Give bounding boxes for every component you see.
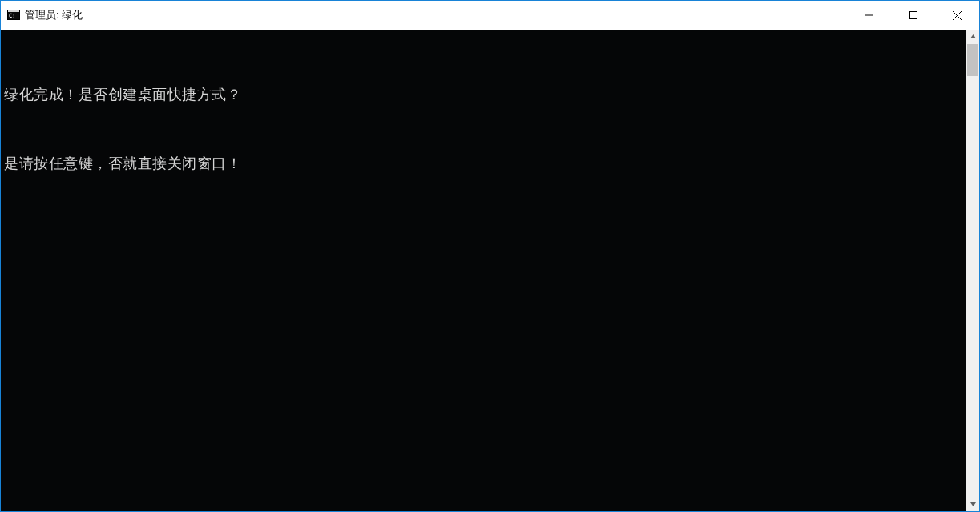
svg-marker-8 xyxy=(970,34,976,38)
cmd-icon: C: xyxy=(7,9,20,22)
minimize-button[interactable] xyxy=(847,1,891,30)
close-button[interactable] xyxy=(935,1,979,30)
client-area: 绿化完成！是否创建桌面快捷方式？ 是请按任意键，否就直接关闭窗口！ xyxy=(1,30,979,511)
scroll-down-arrow-icon[interactable] xyxy=(966,498,979,511)
window-controls xyxy=(847,1,979,30)
console-line: 是请按任意键，否就直接关闭窗口！ xyxy=(4,154,962,173)
console-window: C: 管理员: 绿化 绿化完成！是否创建桌面快捷方式？ 是请按任意键，否就直接关… xyxy=(0,0,980,512)
svg-rect-2 xyxy=(8,10,19,12)
titlebar[interactable]: C: 管理员: 绿化 xyxy=(1,1,979,30)
svg-marker-9 xyxy=(970,502,976,506)
vertical-scrollbar[interactable] xyxy=(966,30,979,511)
svg-text:C:: C: xyxy=(9,13,15,19)
scroll-up-arrow-icon[interactable] xyxy=(966,30,979,43)
console-line: 绿化完成！是否创建桌面快捷方式？ xyxy=(4,85,962,104)
maximize-button[interactable] xyxy=(891,1,935,30)
svg-rect-5 xyxy=(909,12,917,19)
scroll-thumb[interactable] xyxy=(967,44,978,76)
window-title: 管理员: 绿化 xyxy=(25,8,83,22)
console-output[interactable]: 绿化完成！是否创建桌面快捷方式？ 是请按任意键，否就直接关闭窗口！ xyxy=(1,30,966,511)
